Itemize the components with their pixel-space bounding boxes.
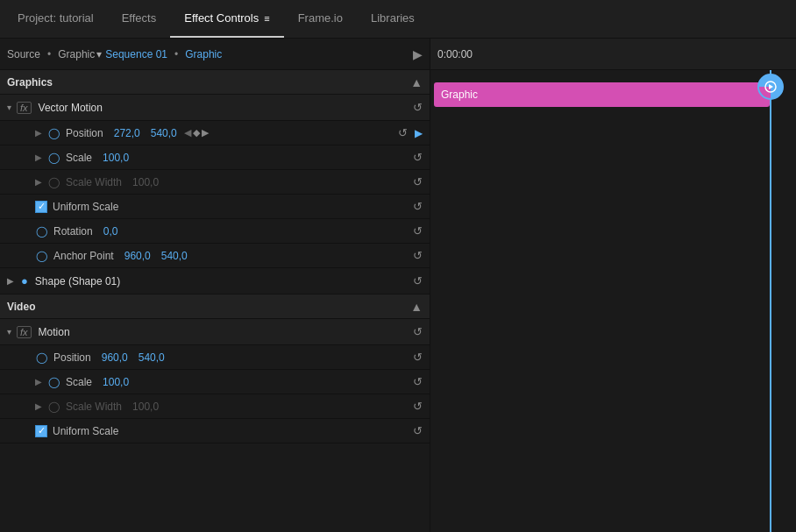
anchor-reset-icon[interactable]: ↺ <box>413 249 423 262</box>
source-graphic: Graphic <box>185 48 222 60</box>
motion-scale-expand-icon[interactable]: ▶ <box>35 377 42 387</box>
motion-scale-width-row: ▶ ◯ Scale Width 100,0 ↺ <box>0 394 430 419</box>
prev-keyframe-icon[interactable]: ◀ <box>184 127 191 138</box>
source-dropdown[interactable]: Graphic ▾ <box>58 48 102 60</box>
tab-frameio[interactable]: Frame.io <box>284 0 357 38</box>
anchor-value1[interactable]: 960,0 <box>124 250 151 262</box>
tab-bar: Project: tutorial Effects Effect Control… <box>0 0 796 39</box>
tab-effect-controls[interactable]: Effect Controls ≡ <box>170 0 283 38</box>
shape-name: Shape (Shape 01) <box>35 275 120 287</box>
position-value1[interactable]: 272,0 <box>114 127 140 139</box>
scale-width-expand-icon[interactable]: ▶ <box>35 177 42 187</box>
vector-motion-name: Vector Motion <box>39 102 103 114</box>
position-nav: ◀ ◆ ▶ <box>184 127 209 138</box>
motion-position-reset-icon[interactable]: ↺ <box>413 351 423 364</box>
rotation-reset-icon[interactable]: ↺ <box>413 224 423 238</box>
timecode-display: 0:00:00 <box>437 48 473 60</box>
motion-toggle-icon[interactable]: ▾ <box>7 327 11 337</box>
tab-libraries[interactable]: Libraries <box>357 0 429 38</box>
scale-reset-icon[interactable]: ↺ <box>413 151 423 164</box>
position-clock-icon[interactable]: ◯ <box>47 127 60 139</box>
source-label: Source <box>7 48 40 60</box>
motion-scale-width-clock-icon[interactable]: ◯ <box>47 401 60 413</box>
scale-width-value: 100,0 <box>132 176 159 188</box>
scale-value[interactable]: 100,0 <box>103 152 129 164</box>
motion-uniform-reset-icon[interactable]: ↺ <box>413 424 423 437</box>
add-keyframe-icon[interactable]: ◆ <box>193 127 200 138</box>
panel-menu-icon[interactable]: ≡ <box>264 13 269 24</box>
motion-header[interactable]: ▾ fx Motion ↺ <box>0 319 430 345</box>
motion-scale-width-reset-icon[interactable]: ↺ <box>413 400 423 413</box>
motion-name: Motion <box>39 326 70 338</box>
scale-width-label: Scale Width <box>66 176 122 188</box>
next-keyframe-icon[interactable]: ▶ <box>202 127 209 138</box>
motion-scale-clock-icon[interactable]: ◯ <box>47 376 60 388</box>
svg-marker-1 <box>769 84 773 89</box>
source-name: Graphic <box>58 48 95 60</box>
motion-scale-width-expand-icon[interactable]: ▶ <box>35 401 42 411</box>
tab-project[interactable]: Project: tutorial <box>4 0 108 38</box>
uniform-scale-row: ✓ Uniform Scale ↺ <box>0 195 430 219</box>
scale-width-clock-icon[interactable]: ◯ <box>47 176 60 188</box>
motion-reset-icon[interactable]: ↺ <box>413 325 423 338</box>
source-chevron-icon: ▾ <box>96 48 102 60</box>
rotation-row: ◯ Rotation 0,0 ↺ <box>0 219 430 244</box>
scale-width-reset-icon[interactable]: ↺ <box>413 175 423 188</box>
motion-scale-value[interactable]: 100,0 <box>103 376 129 388</box>
scale-row: ▶ ◯ Scale 100,0 ↺ <box>0 145 430 170</box>
uniform-scale-label: Uniform Scale <box>53 201 118 213</box>
shape-row: ▶ ● Shape (Shape 01) ↺ <box>0 268 430 294</box>
motion-scale-width-label: Scale Width <box>66 401 122 413</box>
position-out-icon: ▶ <box>415 127 423 139</box>
anchor-value2[interactable]: 540,0 <box>161 250 188 262</box>
collapse-graphics-icon[interactable]: ▲ <box>410 75 423 89</box>
source-dot1: • <box>47 48 51 60</box>
video-section-header: Video ▲ <box>0 294 430 319</box>
uniform-scale-checkbox[interactable]: ✓ <box>35 201 47 213</box>
motion-uniform-scale-checkbox[interactable]: ✓ <box>35 425 47 437</box>
scale-width-row: ▶ ◯ Scale Width 100,0 ↺ <box>0 170 430 195</box>
scale-expand-icon[interactable]: ▶ <box>35 153 42 162</box>
motion-position-clock-icon[interactable]: ◯ <box>35 351 47 364</box>
fx-badge: fx <box>17 102 32 114</box>
anchor-label: Anchor Point <box>53 250 114 262</box>
rotation-clock-icon[interactable]: ◯ <box>35 225 47 238</box>
uniform-scale-reset-icon[interactable]: ↺ <box>413 200 423 213</box>
graphics-title: Graphics <box>7 76 53 89</box>
source-dot2: • <box>174 48 178 60</box>
collapse-video-icon[interactable]: ▲ <box>410 300 423 314</box>
timeline-header: 0:00:00 <box>430 39 796 70</box>
motion-position-value1[interactable]: 960,0 <box>102 351 128 364</box>
motion-uniform-scale-row: ✓ Uniform Scale ↺ <box>0 419 430 443</box>
graphics-section-header: Graphics ▲ <box>0 70 430 95</box>
position-label: Position <box>66 127 103 139</box>
timeline-cursor-line <box>770 70 771 532</box>
vector-motion-toggle-icon[interactable]: ▾ <box>7 103 11 112</box>
position-row: ▶ ◯ Position 272,0 540,0 ◀ ◆ ▶ ↺ ▶ <box>0 121 430 145</box>
shape-expand-icon[interactable]: ▶ <box>7 276 14 286</box>
motion-fx-badge: fx <box>17 326 32 338</box>
vector-motion-reset-icon[interactable]: ↺ <box>413 101 423 114</box>
video-title: Video <box>7 301 35 313</box>
motion-scale-label: Scale <box>66 376 92 388</box>
tab-effects[interactable]: Effects <box>108 0 171 38</box>
motion-scale-reset-icon[interactable]: ↺ <box>413 375 423 388</box>
motion-uniform-scale-label: Uniform Scale <box>53 425 118 437</box>
motion-position-value2[interactable]: 540,0 <box>139 351 165 364</box>
vector-motion-header[interactable]: ▾ fx Vector Motion ↺ <box>0 95 430 121</box>
anchor-clock-icon[interactable]: ◯ <box>35 250 47 262</box>
main-layout: Source • Graphic ▾ Sequence 01 • Graphic… <box>0 39 796 532</box>
position-value2[interactable]: 540,0 <box>151 127 177 139</box>
motion-scale-row: ▶ ◯ Scale 100,0 ↺ <box>0 370 430 394</box>
position-reset-icon[interactable]: ↺ <box>398 126 408 139</box>
source-sequence: Sequence 01 <box>105 48 167 60</box>
effects-list: ▾ fx Vector Motion ↺ ▶ ◯ Position 272,0 … <box>0 95 430 532</box>
scale-clock-icon[interactable]: ◯ <box>47 152 60 164</box>
graphic-bar[interactable]: Graphic <box>434 82 770 107</box>
shape-reset-icon[interactable]: ↺ <box>413 274 423 287</box>
timeline-cursor-head[interactable] <box>757 74 784 100</box>
eye-icon[interactable]: ● <box>21 274 28 287</box>
position-expand-icon[interactable]: ▶ <box>35 128 42 138</box>
play-button[interactable]: ▶ <box>413 47 423 61</box>
rotation-value[interactable]: 0,0 <box>103 225 118 238</box>
